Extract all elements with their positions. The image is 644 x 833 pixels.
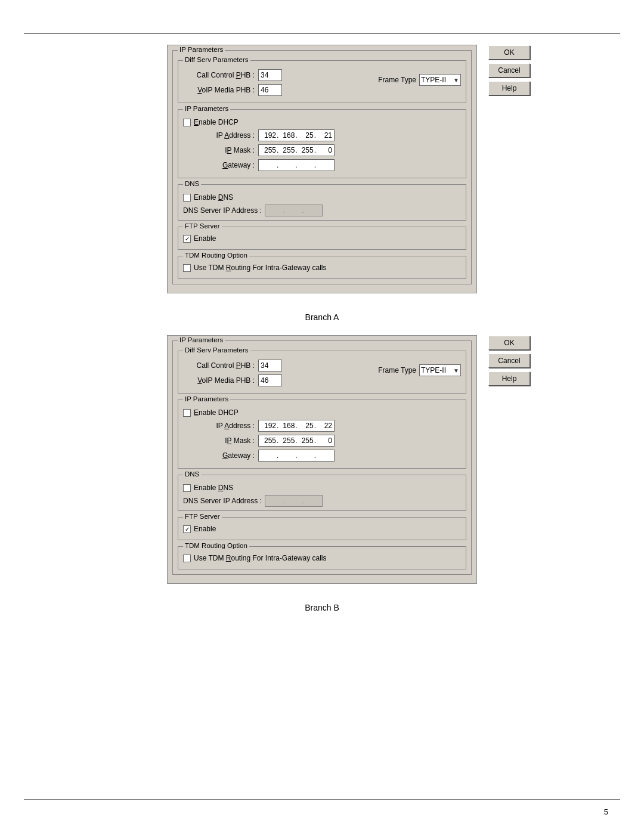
dns-server-label-b: DNS Server IP Address : [183, 497, 262, 505]
mask-o2-a[interactable] [279, 146, 295, 154]
dns-server-row-a: DNS Server IP Address : . . [183, 205, 461, 216]
ftp-title-b: FTP Server [183, 513, 222, 520]
ip-mask-row-b: IP Mask : . . . [183, 435, 461, 447]
dns-server-input-a[interactable]: . . [265, 205, 323, 216]
dhcp-checkbox-b[interactable] [183, 409, 191, 417]
mask-o2-b[interactable] [279, 436, 295, 445]
dns-checkbox-a[interactable] [183, 194, 191, 202]
tdm-group-b: TDM Routing Option Use TDM Routing For I… [178, 546, 466, 569]
voip-media-input-b[interactable] [258, 374, 282, 386]
dns-o1-a[interactable] [267, 206, 283, 215]
gateway-input-b[interactable]: . . . [258, 450, 335, 462]
gw-o4-a[interactable] [317, 161, 332, 169]
ip-o1-b[interactable] [261, 422, 276, 430]
mask-o3-b[interactable] [298, 436, 314, 445]
dialog-b: IP Parameters Diff Serv Parameters Call … [167, 335, 477, 584]
ok-button-b[interactable]: OK [488, 336, 530, 350]
caption-branch-a: Branch A [305, 312, 339, 322]
gateway-input-a[interactable]: . . . [258, 159, 335, 171]
gw-o3-b[interactable] [298, 451, 314, 460]
help-button-a[interactable]: Help [488, 81, 530, 95]
mask-o3-a[interactable] [298, 146, 314, 154]
tdm-row-b: Use TDM Routing For Intra-Gateway calls [183, 554, 461, 562]
ip-o2-b[interactable] [279, 422, 295, 430]
ip-params-inner-title-b: IP Parameters [183, 395, 230, 402]
mask-o4-b[interactable] [317, 436, 332, 445]
dns-o2-b[interactable] [286, 497, 301, 505]
dns-group-b: DNS Enable DNS DNS Server IP Address : . [178, 475, 466, 511]
dialog-box-b: IP Parameters Diff Serv Parameters Call … [167, 335, 477, 584]
gateway-label-b: Gateway : [183, 451, 255, 460]
diff-serv-title-b: Diff Serv Parameters [183, 346, 250, 354]
ip-mask-input-a[interactable]: . . . [258, 144, 335, 156]
ip-address-input-b[interactable]: . . . [258, 420, 335, 432]
dhcp-checkbox-a[interactable] [183, 119, 191, 126]
voip-media-row-a: VoIP Media PHB : [183, 84, 282, 96]
ip-o3-b[interactable] [298, 422, 314, 430]
ip-o4-a[interactable] [317, 131, 332, 140]
mask-o4-a[interactable] [317, 146, 332, 154]
dns-o3-a[interactable] [305, 206, 320, 215]
ip-address-label-b: IP Address : [183, 422, 255, 430]
voip-media-input-a[interactable] [258, 84, 282, 96]
gw-o4-b[interactable] [317, 451, 332, 460]
ip-mask-label-b: IP Mask : [183, 436, 255, 445]
ip-params-outer-title-a: IP Parameters [178, 46, 225, 53]
voip-media-label-a: VoIP Media PHB : [183, 86, 255, 94]
ok-button-a[interactable]: OK [488, 45, 530, 60]
dhcp-label-b: Enable DHCP [194, 408, 239, 417]
diff-serv-title-a: Diff Serv Parameters [183, 56, 250, 63]
gw-o3-a[interactable] [298, 161, 314, 169]
ip-mask-row-a: IP Mask : . . . [183, 144, 461, 156]
ftp-group-b: FTP Server Enable [178, 517, 466, 540]
dhcp-row-b: Enable DHCP [183, 408, 461, 417]
frame-type-select-a[interactable]: TYPE-II ▼ [419, 74, 461, 86]
call-control-label-b: Call Control PHB : [183, 361, 255, 370]
dns-title-b: DNS [183, 470, 201, 478]
tdm-checkbox-b[interactable] [183, 555, 191, 562]
dns-label-a: Enable DNS [194, 193, 233, 202]
tdm-group-a: TDM Routing Option Use TDM Routing For I… [178, 256, 466, 279]
dns-o1-b[interactable] [267, 497, 283, 505]
cancel-button-b[interactable]: Cancel [488, 354, 530, 368]
dns-group-a: DNS Enable DNS DNS Server IP Address : . [178, 184, 466, 221]
tdm-row-a: Use TDM Routing For Intra-Gateway calls [183, 264, 461, 272]
dns-server-input-b[interactable]: . . [265, 495, 323, 507]
ftp-checkbox-b[interactable] [183, 525, 191, 533]
dns-o2-a[interactable] [286, 206, 301, 215]
ip-o4-b[interactable] [317, 422, 332, 430]
ip-address-input-a[interactable]: . . . [258, 129, 335, 141]
frame-type-select-b[interactable]: TYPE-II ▼ [419, 364, 461, 376]
ip-o3-a[interactable] [298, 131, 314, 140]
gw-o1-a[interactable] [261, 161, 276, 169]
help-button-b[interactable]: Help [488, 371, 530, 386]
bottom-rule [24, 799, 620, 800]
ip-params-outer-title-b: IP Parameters [178, 336, 225, 343]
dns-o3-b[interactable] [305, 497, 320, 505]
gw-o1-b[interactable] [261, 451, 276, 460]
dns-checkbox-b[interactable] [183, 484, 191, 492]
ip-params-inner-a: IP Parameters Enable DHCP IP Address : . [178, 109, 466, 178]
ftp-title-a: FTP Server [183, 222, 222, 230]
gw-o2-b[interactable] [279, 451, 295, 460]
call-control-input-b[interactable] [258, 360, 282, 371]
tdm-checkbox-a[interactable] [183, 264, 191, 272]
ip-o1-a[interactable] [261, 131, 276, 140]
ip-mask-input-b[interactable]: . . . [258, 435, 335, 447]
mask-o1-a[interactable] [261, 146, 276, 154]
ip-o2-a[interactable] [279, 131, 295, 140]
cancel-button-a[interactable]: Cancel [488, 63, 530, 78]
ftp-checkbox-a[interactable] [183, 235, 191, 243]
call-control-label-a: Call Control PHB : [183, 71, 255, 79]
frame-type-label-b: Frame Type [378, 366, 416, 374]
mask-o1-b[interactable] [261, 436, 276, 445]
ftp-enable-row-a: Enable [183, 234, 461, 243]
ip-params-outer-a: IP Parameters Diff Serv Parameters Call … [172, 50, 472, 284]
call-control-input-a[interactable] [258, 69, 282, 81]
gw-o2-a[interactable] [279, 161, 295, 169]
diff-serv-group-b: Diff Serv Parameters Call Control PHB : … [178, 351, 466, 394]
buttons-a: OK Cancel Help [488, 45, 530, 95]
diff-serv-group-a: Diff Serv Parameters Call Control PHB : … [178, 60, 466, 103]
ftp-label-b: Enable [194, 525, 216, 533]
ftp-group-a: FTP Server Enable [178, 227, 466, 250]
